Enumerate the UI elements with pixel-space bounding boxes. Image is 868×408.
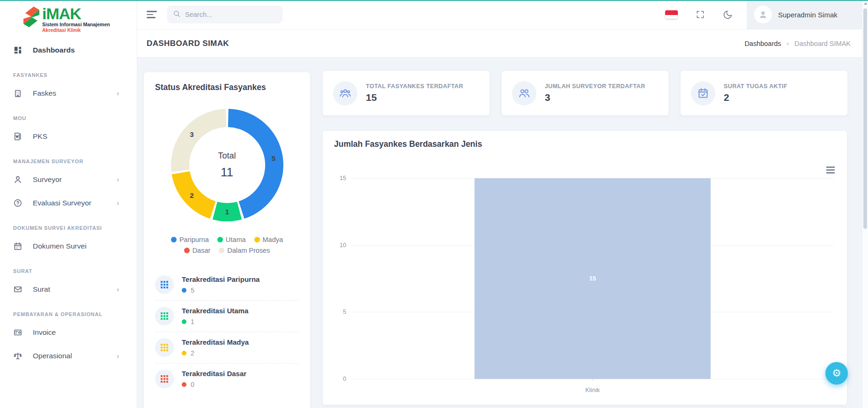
search-box[interactable]	[167, 6, 282, 23]
user-icon	[13, 175, 22, 184]
sidebar-section-manajemen-surveyor: MANAJEMEN SURVEYOR	[0, 148, 137, 168]
logo-subtitle-1: Sistem Informasi Manajemen	[42, 22, 110, 27]
chevron-right-icon: ›	[117, 176, 119, 183]
legend-dot	[219, 248, 224, 253]
users-icon	[512, 81, 536, 106]
donut-slice-value: 5	[271, 154, 275, 162]
avatar	[754, 6, 772, 23]
chevron-right-icon: ›	[117, 352, 119, 360]
stat-card-1: JUMLAH SURVEYOR TERDAFTAR3	[502, 71, 668, 115]
logo-s-mark-icon	[22, 6, 41, 30]
page-header: DASHBOARD SIMAK Dashboards › Dashboard S…	[137, 29, 862, 57]
language-flag-icon[interactable]	[665, 10, 678, 19]
status-item-terakreditasi-madya: Terakreditasi Madya2	[155, 332, 299, 363]
sidebar-section-dokumen-survei-akreditasi: DOKUMEN SURVEI AKREDITASI	[0, 215, 137, 234]
sidebar-item-operasional[interactable]: Operasional›	[0, 344, 137, 368]
chevron-right-icon: ›	[787, 40, 789, 47]
page-scrollbar[interactable]	[862, 0, 868, 408]
status-count: 2	[191, 349, 194, 357]
sidebar-item-invoice[interactable]: Invoice	[0, 321, 137, 344]
stat-value: 15	[366, 92, 463, 103]
grid-icon	[155, 307, 174, 325]
x-axis-label: Klinik	[569, 386, 616, 393]
scrollbar-thumb[interactable]	[863, 8, 867, 229]
donut-chart[interactable]: 5123 Total 11	[169, 106, 286, 224]
sidebar-item-label: Surveyor	[33, 175, 62, 184]
stat-label: TOTAL FASYANKES TERDAFTAR	[366, 83, 463, 90]
legend-label: Utama	[226, 236, 246, 243]
app-logo[interactable]: iMAK Sistem Informasi Manajemen Akredita…	[0, 0, 137, 38]
status-count: 1	[191, 318, 194, 325]
fab-settings-button[interactable]: ⚙	[825, 362, 848, 385]
sidebar-item-surat[interactable]: Surat›	[0, 278, 137, 301]
legend-item-utama[interactable]: Utama	[217, 236, 246, 243]
status-dot	[182, 319, 186, 324]
stat-card-2: SURAT TUGAS AKTIF2	[681, 71, 847, 115]
status-count: 5	[191, 287, 194, 294]
sidebar-section-surat: SURAT	[0, 258, 137, 278]
stat-card-0: TOTAL FASYANKES TERDAFTAR15	[323, 71, 490, 115]
search-input[interactable]	[185, 11, 269, 18]
status-item-terakreditasi-paripurna: Terakreditasi Paripurna5	[155, 269, 299, 300]
sidebar-item-surveyor[interactable]: Surveyor›	[0, 168, 137, 191]
legend-item-paripurna[interactable]: Paripurna	[171, 236, 209, 243]
page-title: DASHBOARD SIMAK	[147, 39, 229, 48]
sidebar-item-label: Faskes	[33, 89, 56, 98]
status-dot	[182, 351, 186, 355]
status-akreditasi-card: Status Akreditasi Fasyankes 5123 Total 1…	[144, 72, 310, 408]
logo-wordmark: iMAK	[42, 6, 81, 22]
topbar: Superadmin Simak	[137, 0, 862, 29]
stat-label: SURAT TUGAS AKTIF	[724, 83, 787, 90]
fullscreen-icon[interactable]	[696, 10, 705, 19]
stat-value: 3	[545, 92, 645, 103]
legend-dot	[184, 248, 190, 253]
sidebar-item-label: Dashboards	[33, 46, 75, 54]
dark-mode-moon-icon[interactable]	[723, 10, 733, 20]
legend-dot	[217, 237, 223, 242]
status-list: Terakreditasi Paripurna5Terakreditasi Ut…	[155, 269, 299, 394]
donut-slice-dalam-proses[interactable]	[171, 109, 226, 172]
grid-icon	[155, 338, 174, 357]
sidebar-item-label: PKS	[33, 132, 47, 141]
fasyankes-jenis-card: Jumlah Fasyankes Berdasarkan Jenis 15105…	[323, 131, 847, 405]
help-circle-icon	[13, 198, 22, 208]
sidebar-section-mou: MOU	[0, 105, 137, 125]
user-menu[interactable]: Superadmin Simak	[747, 0, 862, 29]
sidebar-item-pks[interactable]: PKS	[0, 125, 137, 148]
calendar-icon	[13, 242, 22, 251]
stat-label: JUMLAH SURVEYOR TERDAFTAR	[545, 83, 645, 90]
legend-dot	[171, 237, 177, 242]
status-dot	[182, 382, 186, 387]
mail-icon	[13, 285, 22, 294]
page-progress-bar	[0, 0, 868, 1]
status-dot	[182, 288, 186, 293]
scrollbar-up-arrow-icon[interactable]	[864, 2, 868, 5]
menu-toggle-icon[interactable]	[147, 11, 158, 18]
legend-item-dalam-proses[interactable]: Dalam Proses	[219, 247, 270, 254]
stat-value: 2	[724, 92, 787, 103]
legend-label: Paripurna	[179, 236, 209, 243]
status-item-terakreditasi-utama: Terakreditasi Utama1	[155, 300, 299, 332]
sidebar-item-dashboards[interactable]: Dashboards	[0, 38, 137, 62]
chevron-right-icon: ›	[117, 286, 119, 293]
legend-item-dasar[interactable]: Dasar	[184, 247, 211, 254]
chevron-right-icon: ›	[117, 90, 119, 97]
document-icon	[13, 132, 22, 141]
legend-item-madya[interactable]: Madya	[254, 236, 283, 243]
sidebar-item-dokumen-survei[interactable]: Dokumen Survei	[0, 234, 137, 258]
donut-legend: ParipurnaUtamaMadyaDasarDalam Proses	[157, 236, 297, 254]
breadcrumb-link[interactable]: Dashboards	[744, 40, 781, 47]
sidebar-item-faskes[interactable]: Faskes›	[0, 82, 137, 105]
sidebar-item-label: Invoice	[33, 328, 56, 337]
legend-dot	[254, 237, 260, 242]
breadcrumb: Dashboards › Dashboard SIMAK	[744, 40, 851, 47]
donut-slice-value: 2	[190, 191, 193, 199]
gear-icon: ⚙	[832, 367, 841, 379]
sidebar-item-evaluasi-surveyor[interactable]: Evaluasi Surveyor›	[0, 191, 137, 215]
sidebar-item-label: Operasional	[33, 352, 72, 360]
grid-icon	[155, 275, 174, 294]
y-axis-tick: 15	[326, 175, 346, 181]
sidebar-item-label: Surat	[33, 285, 50, 294]
status-item-label: Terakreditasi Utama	[182, 307, 248, 315]
scales-icon	[13, 351, 22, 361]
